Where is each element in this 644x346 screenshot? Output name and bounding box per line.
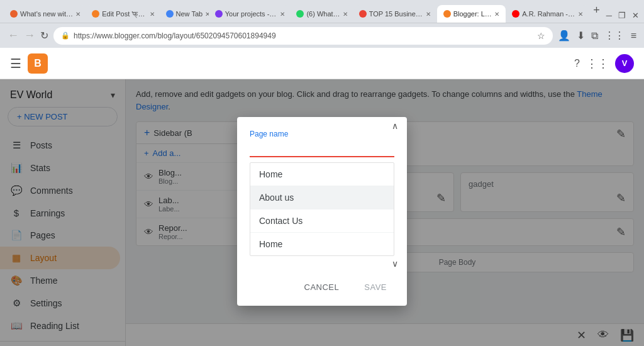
tab-top15[interactable]: TOP 15 Business ide... ✕ — [354, 5, 436, 23]
close-icon[interactable]: ✕ — [280, 11, 285, 18]
dialog-field-label: Page name — [250, 130, 394, 138]
blogger-logo: B — [28, 53, 48, 74]
close-icon[interactable]: ✕ — [150, 11, 155, 18]
help-icon[interactable]: ? — [574, 58, 580, 69]
star-icon[interactable]: ☆ — [537, 31, 545, 41]
close-icon[interactable]: ✕ — [426, 11, 431, 18]
page-name-input[interactable] — [250, 141, 394, 157]
address-bar[interactable]: 🔒 https://www.blogger.com/blog/layout/65… — [53, 27, 553, 45]
tab-grid-icon[interactable]: ⧉ — [591, 30, 598, 42]
toolbar-icons: 👤 ⬇ ⧉ ⋮⋮ ≡ — [558, 30, 636, 42]
close-icon[interactable]: ✕ — [205, 11, 209, 18]
browser-chrome: What's new with Fir... ✕ Edit Post 'फ्री… — [0, 0, 644, 23]
dialog-footer: CANCEL SAVE — [237, 269, 407, 306]
add-tab-button[interactable]: + — [589, 4, 604, 17]
close-window-icon[interactable]: ✕ — [632, 11, 639, 20]
close-icon[interactable]: ✕ — [75, 11, 80, 18]
close-icon[interactable]: ✕ — [494, 11, 499, 18]
tab-canva[interactable]: Your projects - Can... ✕ — [210, 5, 291, 23]
list-item-home-2[interactable]: Home — [250, 233, 394, 255]
restore-icon[interactable]: ❐ — [618, 11, 626, 20]
grid-icon[interactable]: ⋮⋮ — [604, 30, 625, 42]
app-bar: ☰ B ? ⋮⋮ V — [0, 48, 644, 79]
avatar[interactable]: V — [615, 54, 634, 73]
scroll-bottom-indicator: ∨ — [237, 256, 407, 269]
list-item-contact[interactable]: Contact Us — [250, 209, 394, 233]
address-text: https://www.blogger.com/blog/layout/6502… — [74, 31, 533, 40]
profile-icon[interactable]: 👤 — [558, 30, 570, 42]
hamburger-menu[interactable]: ☰ — [10, 56, 21, 71]
tab-whatsapp[interactable]: (6) WhatsApp ✕ — [291, 5, 352, 23]
tab-edit[interactable]: Edit Post 'फ्री का...' ✕ — [87, 5, 159, 23]
forward-button[interactable]: → — [24, 29, 35, 42]
window-controls: ─ ❐ ✕ — [606, 11, 639, 23]
save-button[interactable]: SAVE — [357, 277, 394, 297]
close-icon[interactable]: ✕ — [343, 11, 348, 18]
tab-newtab[interactable]: New Tab ✕ — [161, 5, 209, 23]
tab-layout[interactable]: Blogger: Layout ✕ — [437, 5, 506, 23]
list-item-home-1[interactable]: Home — [250, 163, 394, 186]
dialog-overlay: ∧ Page name Home About us Contact Us — [0, 79, 644, 346]
cancel-button[interactable]: CANCEL — [297, 277, 347, 297]
back-button[interactable]: ← — [8, 29, 19, 42]
address-bar-row: ← → ↻ 🔒 https://www.blogger.com/blog/lay… — [0, 23, 644, 48]
download-icon[interactable]: ⬇ — [577, 30, 585, 42]
apps-icon[interactable]: ⋮⋮ — [586, 57, 609, 70]
tab-youtube[interactable]: A.R. Rahman - Hos... ✕ — [507, 5, 588, 23]
dialog: ∧ Page name Home About us Contact Us — [237, 117, 407, 306]
tab-fire[interactable]: What's new with Fir... ✕ — [5, 5, 86, 23]
close-icon[interactable]: ✕ — [578, 11, 583, 18]
lock-icon: 🔒 — [61, 31, 70, 40]
page-list: Home About us Contact Us Home — [250, 162, 394, 256]
minimize-icon[interactable]: ─ — [606, 11, 612, 20]
menu-icon[interactable]: ≡ — [631, 30, 636, 42]
scroll-top-indicator: ∧ — [392, 121, 398, 131]
list-item-about[interactable]: About us — [250, 186, 394, 209]
reload-button[interactable]: ↻ — [40, 30, 48, 42]
